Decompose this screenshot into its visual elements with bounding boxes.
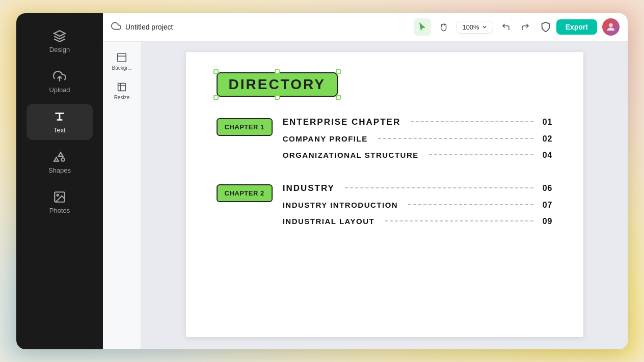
background-label: Backgr... [112,65,132,71]
chapter-1-sub-1: COMPANY PROFILE 02 [283,134,553,144]
undo-redo-group [497,18,534,36]
resize-tool-button[interactable]: Resize [106,77,137,105]
chapter-2-sub-2-title: INDUSTRIAL LAYOUT [283,217,375,226]
background-tool-button[interactable]: Backgr... [106,48,137,75]
chapter-2-dots [345,187,533,188]
text-icon [53,110,66,123]
sidebar-label-photos: Photos [49,207,70,214]
chapter-2-row: CHAPTER 2 INDUSTRY 06 INDUSTRY INTRODUCT… [217,183,553,233]
chapter-1-sub-1-title: COMPANY PROFILE [283,134,368,143]
svg-rect-9 [118,83,126,91]
tools-panel: Backgr... Resize [103,42,141,349]
photos-icon [53,190,66,204]
sidebar-label-design: Design [49,46,70,53]
chapter-1-sub-2-title: ORGANIZATIONAL STRUCTURE [283,151,419,159]
chapter-2-main-num: 06 [539,184,553,193]
chapter-1-main-entry: ENTERPRISE CHAPTER 01 [283,117,553,127]
chapter-1-main-title: ENTERPRISE CHAPTER [283,117,401,127]
topbar-right: Export [540,18,620,36]
handle-tr[interactable] [336,69,341,74]
handle-tl[interactable] [213,69,219,74]
directory-title: DIRECTORY [217,72,338,97]
chapter-2-sub-2: INDUSTRIAL LAYOUT 09 [283,217,553,226]
chapter-2-sub-1: INDUSTRY INTRODUCTION 07 [283,201,553,210]
sidebar-item-upload[interactable]: Upload [26,64,93,100]
avatar [602,18,620,36]
zoom-button[interactable]: 100% [457,21,493,34]
chapter-2-main-title: INDUSTRY [283,183,335,193]
app-wrapper: Design Upload Text Shapes [16,13,628,349]
sidebar-label-shapes: Shapes [48,166,71,174]
pan-tool-button[interactable] [435,18,452,36]
sidebar-label-upload: Upload [49,86,70,94]
zoom-level: 100% [462,23,479,31]
handle-bm[interactable] [275,95,280,100]
chapter-1-dots [411,121,533,122]
export-button[interactable]: Export [556,19,597,35]
chapter-1-row: CHAPTER 1 ENTERPRISE CHAPTER 01 COMPANY … [217,117,553,167]
resize-label: Resize [114,95,130,100]
main-area: Untitled project 100% [103,13,628,349]
chapter-1-sub-2-dots [429,154,533,155]
redo-button[interactable] [517,18,534,36]
chapter-2-sub-2-num: 09 [539,217,553,226]
document-page: DIRECTORY CHAPTER 1 ENTERPRISE CHAPTER 0… [186,52,583,337]
chapter-2-main-entry: INDUSTRY 06 [283,183,553,193]
svg-point-6 [57,194,59,196]
chapter-2-sub-1-title: INDUSTRY INTRODUCTION [283,201,398,209]
chapter-1-entries: ENTERPRISE CHAPTER 01 COMPANY PROFILE 02… [283,117,553,167]
chapter-1-sub-1-dots [378,138,533,139]
canvas-document-area[interactable]: DIRECTORY CHAPTER 1 ENTERPRISE CHAPTER 0… [141,42,628,349]
svg-rect-8 [118,53,126,62]
topbar-left: Untitled project [111,21,408,33]
sidebar-item-photos[interactable]: Photos [26,184,93,220]
svg-point-7 [609,23,612,27]
directory-title-wrap: DIRECTORY [217,72,338,97]
sidebar-item-shapes[interactable]: Shapes [26,144,93,180]
chapter-1-sub-2: ORGANIZATIONAL STRUCTURE 04 [283,151,553,160]
chapter-1-sub-1-num: 02 [539,134,553,144]
handle-tm[interactable] [275,69,280,74]
handle-bl[interactable] [213,95,219,100]
design-icon [53,30,66,43]
sidebar-item-text[interactable]: Text [26,104,93,140]
svg-point-4 [61,158,65,161]
shapes-icon [53,150,66,163]
chapter-2-sub-1-num: 07 [539,201,553,210]
chapter-1-sub-2-num: 04 [539,151,553,160]
chapter-2-sub-1-dots [408,204,533,205]
chapter-1-main-num: 01 [539,118,553,127]
shield-icon [540,21,551,33]
chapter-2-entries: INDUSTRY 06 INDUSTRY INTRODUCTION 07 IND… [283,183,553,233]
select-tool-button[interactable] [414,18,431,36]
project-title: Untitled project [125,23,173,31]
topbar-center: 100% [414,18,533,36]
chapter-2-sub-2-dots [385,220,533,221]
undo-button[interactable] [497,18,515,36]
sidebar: Design Upload Text Shapes [16,13,103,349]
upload-icon [53,70,66,83]
sidebar-label-text: Text [53,126,66,134]
chapter-1-badge: CHAPTER 1 [217,118,273,136]
handle-br[interactable] [336,95,341,100]
cloud-icon [111,21,121,33]
canvas-area: Backgr... Resize [103,42,628,349]
sidebar-item-design[interactable]: Design [26,23,93,60]
chapter-2-badge: CHAPTER 2 [217,184,273,202]
topbar: Untitled project 100% [103,13,628,42]
